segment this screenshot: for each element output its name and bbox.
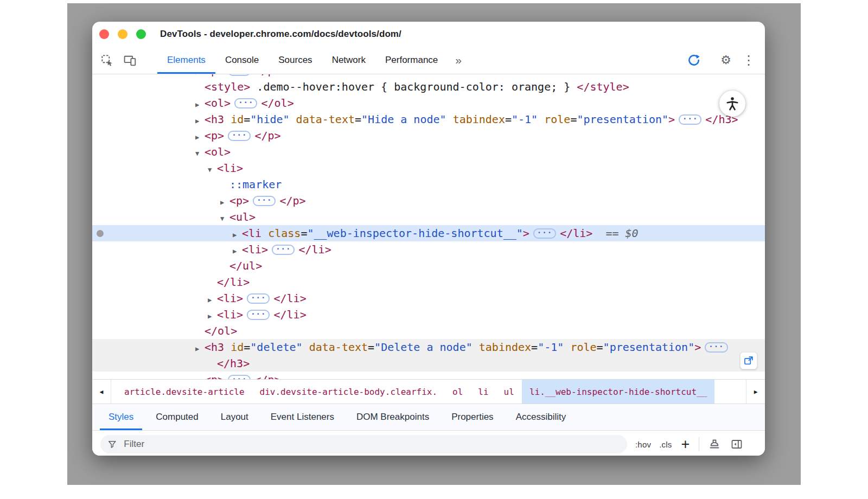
new-style-rule-button[interactable]: + [681,437,690,452]
inline-expand-button[interactable]: ··· [253,196,276,206]
kebab-menu-icon[interactable]: ⋮ [742,54,755,67]
sidebar-tab-styles[interactable]: Styles [100,404,142,430]
disclosure-triangle-collapsed-icon[interactable]: ▶ [220,194,229,210]
disclosure-triangle-collapsed-icon[interactable]: ▶ [233,227,242,243]
breadcrumb-item[interactable]: li [470,380,496,404]
code-token: </p> [254,129,280,142]
styles-filter-input[interactable] [123,438,620,450]
dom-tree-row[interactable]: ▶<li class="__web-inspector-hide-shortcu… [92,225,765,241]
disclosure-triangle-collapsed-icon[interactable]: ▶ [208,308,217,324]
code-token: </p> [254,74,280,77]
tab-network[interactable]: Network [322,47,375,74]
code-token: "Delete a node" [374,341,473,354]
breadcrumb-item[interactable]: div.devsite-article-body.clearfix. [252,380,445,404]
tab-sources[interactable]: Sources [269,47,322,74]
inspect-element-icon[interactable] [100,53,114,67]
sidebar-tab-dom-breakpoints[interactable]: DOM Breakpoints [348,404,438,430]
code-token [538,113,544,126]
inline-expand-button[interactable]: ··· [228,74,251,76]
code-token: <p> [205,373,224,379]
breadcrumb: article.devsite-articlediv.devsite-artic… [111,380,746,404]
tab-console[interactable]: Console [215,47,269,74]
element-classes-button[interactable]: .cls [659,440,672,449]
tab-performance[interactable]: Performance [375,47,448,74]
dom-tree-row[interactable]: ▼<ol> [92,144,765,160]
dom-tree-row[interactable]: ▼<ul> [92,209,765,225]
zoom-button[interactable] [136,29,146,39]
dom-tree-row[interactable]: </ul> [92,258,765,274]
code-token: <p> [205,74,224,77]
code-token: tabindex [479,341,531,354]
tab-elements[interactable]: Elements [157,47,215,74]
dom-tree-row[interactable]: ::marker [92,176,765,193]
breadcrumb-scroll-left[interactable]: ◀ [92,380,111,404]
code-token: <h3 [205,113,224,126]
dom-tree-row[interactable]: ▶<li>···</li> [92,241,765,258]
inline-expand-button[interactable]: ··· [679,114,701,125]
dom-tree-row[interactable]: ▶<p>···</p> [92,193,765,209]
stamp-icon[interactable] [707,437,722,451]
dom-tree-row[interactable]: ▶<h3 id="hide" data-text="Hide a node" t… [92,111,765,127]
code-token: </li> [273,292,306,305]
inline-expand-button[interactable]: ··· [228,375,251,379]
code-token: = [597,341,603,354]
gear-icon[interactable]: ⚙ [720,54,731,66]
dom-tree-row[interactable]: ▶<ol>···</ol> [92,95,765,111]
inline-expand-button[interactable]: ··· [705,342,727,353]
disclosure-triangle-collapsed-icon[interactable]: ▶ [195,113,205,129]
disclosure-triangle-collapsed-icon[interactable]: ▶ [195,341,205,357]
more-tabs-icon[interactable]: » [455,54,462,67]
code-token: = [244,113,250,126]
breadcrumb-item[interactable]: article.devsite-article [117,380,252,404]
disclosure-triangle-collapsed-icon[interactable]: ▶ [208,292,217,308]
inline-expand-button[interactable]: ··· [272,245,295,255]
sidebar-tab-event-listeners[interactable]: Event Listeners [262,404,343,430]
breadcrumb-scroll-right[interactable]: ▶ [746,380,765,404]
code-token: <style> [205,80,250,93]
code-token: = [570,113,577,126]
dom-tree-row[interactable]: ▶<li>···</li> [92,306,765,323]
styles-toolbar: :hov .cls + [92,430,765,456]
breadcrumb-item[interactable]: li.__web-inspector-hide-shortcut__ [522,380,715,404]
sidebar-tab-computed[interactable]: Computed [147,404,207,430]
close-button[interactable] [99,29,109,39]
dom-tree-row[interactable]: <style> .demo--hover:hover { background-… [92,79,765,95]
device-toolbar-icon[interactable] [123,53,137,67]
inline-expand-button[interactable]: ··· [247,310,270,320]
disclosure-triangle-collapsed-icon[interactable]: ▶ [233,243,242,259]
accessibility-overlay-button[interactable] [719,91,745,117]
toggle-sidebar-icon[interactable] [730,437,744,451]
disclosure-triangle-expanded-icon[interactable]: ▼ [195,145,205,162]
inline-expand-button[interactable]: ··· [234,98,257,108]
dom-tree-row[interactable]: ▼<li> [92,160,765,176]
sync-icon[interactable] [687,53,701,67]
dom-tree-row[interactable]: ▶<p>···</p> [92,372,765,379]
disclosure-triangle-collapsed-icon[interactable]: ▶ [195,373,205,379]
dom-tree-row[interactable]: ▶<p>···</p> [92,127,765,144]
dom-tree-row[interactable]: ▶<p>···</p> [92,74,765,79]
accessibility-person-icon [724,95,741,112]
dom-tree-row[interactable]: </ol> [92,323,765,339]
code-token: == [605,227,625,240]
dom-tree-row[interactable]: ▶<li>···</li> [92,290,765,306]
breadcrumb-item[interactable]: ul [496,380,522,404]
breadcrumb-item[interactable]: ol [445,380,470,404]
sidebar-tab-accessibility[interactable]: Accessibility [507,404,575,430]
sidebar-tab-properties[interactable]: Properties [443,404,502,430]
sidebar-tab-layout[interactable]: Layout [212,404,257,430]
code-token: </p> [254,373,280,379]
minimize-button[interactable] [118,29,127,39]
inline-expand-button[interactable]: ··· [533,228,556,239]
dom-tree-row[interactable]: </li> [92,274,765,290]
disclosure-triangle-expanded-icon[interactable]: ▼ [220,210,229,227]
inline-expand-button[interactable]: ··· [247,293,270,304]
inline-expand-button[interactable]: ··· [228,131,251,141]
toggle-element-state-button[interactable]: :hov [635,440,651,449]
disclosure-triangle-expanded-icon[interactable]: ▼ [208,162,217,178]
scroll-into-view-button[interactable] [740,352,757,369]
code-token: role [544,113,570,126]
disclosure-triangle-collapsed-icon[interactable]: ▶ [195,97,205,113]
dom-tree-row[interactable]: ▶<h3 id="delete" data-text="Delete a nod… [92,339,765,355]
dom-tree-row[interactable]: </h3> [92,355,765,372]
disclosure-triangle-collapsed-icon[interactable]: ▶ [195,129,205,145]
